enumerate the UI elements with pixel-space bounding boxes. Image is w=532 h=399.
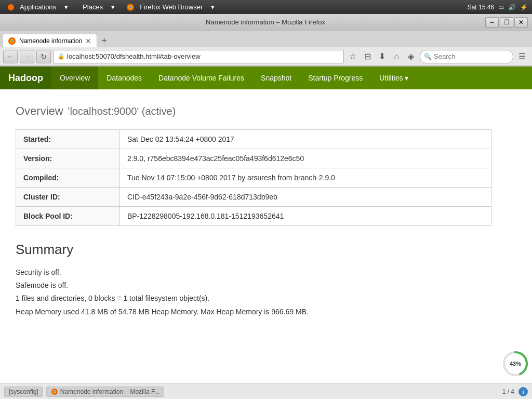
row-label-clusterid: Cluster ID: (16, 188, 120, 207)
row-value-started: Sat Dec 02 13:54:24 +0800 2017 (120, 130, 491, 149)
hadoop-nav-items: Overview Datanodes Datanode Volume Failu… (51, 66, 417, 89)
applications-arrow: ▾ (61, 2, 71, 12)
svg-point-0 (8, 4, 14, 10)
page-content: Overview 'localhost:9000' (active) Start… (0, 89, 532, 384)
window-controls: – ❐ ✕ (485, 17, 528, 28)
minimize-button[interactable]: – (485, 17, 499, 28)
browser-task-label: Namenode information – Mozilla F... (60, 388, 159, 395)
hadoop-nav: Hadoop Overview Datanodes Datanode Volum… (0, 66, 532, 89)
nav-snapshot[interactable]: Snapshot (252, 66, 300, 89)
info-icon[interactable]: i (518, 387, 528, 396)
summary-line-4: Heap Memory used 41.8 MB of 54.78 MB Hea… (16, 305, 516, 318)
row-value-compiled: Tue Nov 14 07:15:00 +0800 2017 by arsure… (120, 168, 491, 188)
browser-label: Firefox Web Browser (137, 2, 206, 12)
reload-button[interactable]: ↻ (36, 50, 51, 63)
sysconfig-task[interactable]: [sysconfig] (4, 387, 43, 397)
page-counter: 1 / 4 (502, 388, 514, 395)
browser-menu[interactable]: Firefox Web Browser ▾ (123, 1, 221, 13)
svg-point-11 (54, 391, 55, 392)
volume-icon: 🔊 (508, 4, 516, 11)
search-input[interactable] (420, 50, 513, 63)
battery-icon: ⚡ (520, 4, 528, 11)
row-label-version: Version: (16, 149, 120, 168)
firefox-icon (126, 3, 135, 11)
info-table: Started: Sat Dec 02 13:54:24 +0800 2017 … (16, 129, 491, 226)
main-content: Overview 'localhost:9000' (active) Start… (0, 89, 532, 349)
summary-text: Security is off. Safemode is off. 1 file… (16, 266, 516, 318)
bookmark-star-icon[interactable]: ☆ (346, 50, 360, 63)
svg-point-6 (11, 40, 13, 42)
url-security-icon: 🔒 (58, 53, 65, 60)
os-logo-icon (7, 4, 15, 11)
nav-overview[interactable]: Overview (51, 66, 98, 89)
row-value-version: 2.9.0, r756ebc8394e473ac25feac05fa493f6d… (120, 149, 491, 168)
browser-task[interactable]: Namenode information – Mozilla F... (46, 387, 164, 397)
tab-bar: Namenode information ✕ + (0, 31, 532, 47)
url-text: localhost:50070/dfshealth.html#tab-overv… (67, 52, 201, 60)
close-button[interactable]: ✕ (514, 17, 528, 28)
svg-point-3 (129, 6, 131, 8)
hamburger-menu-icon[interactable]: ☰ (515, 50, 529, 63)
table-row: Block Pool ID: BP-1228298005-192.168.0.1… (16, 207, 491, 226)
tab-close-button[interactable]: ✕ (85, 37, 91, 45)
pocket-icon[interactable]: ◈ (404, 50, 418, 63)
tab-favicon (8, 37, 16, 45)
os-topbar: Applications ▾ Places ▾ Firefox Web Brow… (0, 0, 532, 14)
forward-button[interactable]: → (20, 50, 34, 63)
browser-task-icon (51, 388, 58, 395)
system-time: Sat 15:46 (468, 4, 494, 11)
search-icon: 🔍 (424, 53, 432, 60)
table-row: Started: Sat Dec 02 13:54:24 +0800 2017 (16, 130, 491, 149)
restore-button[interactable]: ❐ (500, 17, 513, 28)
active-tab[interactable]: Namenode information ✕ (2, 34, 97, 47)
row-label-blockpoolid: Block Pool ID: (16, 207, 120, 226)
status-left: [sysconfig] Namenode information – Mozil… (4, 387, 164, 397)
nav-datanodes[interactable]: Datanodes (98, 66, 150, 89)
nav-utilities[interactable]: Utilities ▾ (371, 66, 417, 89)
status-bar: [sysconfig] Namenode information – Mozil… (0, 383, 532, 399)
progress-circle: 43% (502, 350, 529, 377)
back-button[interactable]: ← (3, 50, 18, 63)
bookmark-list-icon[interactable]: ⊟ (361, 50, 374, 63)
sysconfig-label: [sysconfig] (9, 388, 38, 395)
nav-datanode-volume-failures[interactable]: Datanode Volume Failures (150, 66, 252, 89)
row-label-started: Started: (16, 130, 120, 149)
monitor-icon: ▭ (498, 4, 504, 11)
tab-label: Namenode information (19, 37, 82, 45)
table-row: Version: 2.9.0, r756ebc8394e473ac25feac0… (16, 149, 491, 168)
summary-line-3: 1 files and directories, 0 blocks = 1 to… (16, 292, 516, 305)
applications-label: Applications (17, 2, 59, 12)
download-icon[interactable]: ⬇ (375, 50, 389, 63)
summary-line-1: Security is off. (16, 266, 516, 279)
summary-line-2: Safemode is off. (16, 279, 516, 292)
places-menu[interactable]: Places ▾ (76, 1, 121, 13)
status-right: 1 / 4 i (502, 387, 528, 396)
new-tab-button[interactable]: + (97, 34, 111, 47)
places-arrow: ▾ (108, 2, 118, 12)
page-subtitle: 'localhost:9000' (active) (68, 105, 176, 117)
home-icon[interactable]: ⌂ (390, 50, 403, 63)
summary-title: Summary (16, 242, 516, 258)
search-wrapper: 🔍 (420, 50, 513, 63)
row-value-blockpoolid: BP-1228298005-192.168.0.181-151219365264… (120, 207, 491, 226)
page-title: Overview 'localhost:9000' (active) (16, 100, 516, 119)
table-row: Cluster ID: CID-e45f243a-9a2e-456f-9d62-… (16, 188, 491, 207)
browser-title: Namenode information – Mozilla Firefox (46, 18, 485, 26)
applications-menu[interactable]: Applications ▾ (4, 1, 74, 13)
url-bar[interactable]: 🔒 localhost:50070/dfshealth.html#tab-ove… (53, 50, 344, 63)
row-value-clusterid: CID-e45f243a-9a2e-456f-9d62-618d713db9eb (120, 188, 491, 207)
hadoop-logo: Hadoop (0, 66, 51, 89)
table-row: Compiled: Tue Nov 14 07:15:00 +0800 2017… (16, 168, 491, 188)
progress-text: 43% (510, 361, 521, 367)
title-bar: Namenode information – Mozilla Firefox –… (0, 14, 532, 31)
row-label-compiled: Compiled: (16, 168, 120, 188)
nav-bar: ← → ↻ 🔒 localhost:50070/dfshealth.html#t… (0, 47, 532, 66)
browser-chrome: Namenode information – Mozilla Firefox –… (0, 14, 532, 66)
places-label: Places (79, 2, 106, 12)
nav-startup-progress[interactable]: Startup Progress (300, 66, 371, 89)
